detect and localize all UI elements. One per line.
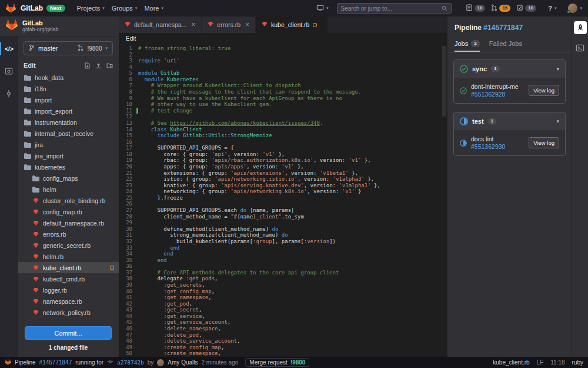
new-file-icon[interactable] — [84, 62, 91, 69]
search-input[interactable]: Search or jump to... — [337, 3, 452, 14]
tree-item-import[interactable]: import — [18, 94, 119, 105]
stage-header-test[interactable]: test1▾ — [454, 112, 565, 130]
code-text: # the right message to the client that c… — [138, 89, 447, 95]
editor-tab-default_namespa...[interactable]: default_namespa...× — [119, 16, 202, 33]
code-text: extensions: { group: 'apis/extensions', … — [138, 170, 447, 177]
pipeline-id-link[interactable]: #145771847 — [39, 359, 72, 366]
tree-item-generic_secret.rb[interactable]: generic_secret.rb — [18, 240, 119, 251]
tree-item-namespace.rb[interactable]: namespace.rb — [18, 296, 119, 307]
nav-menu-groups[interactable]: Groups▾ — [112, 5, 138, 12]
line-number: 27 — [119, 207, 136, 214]
tree-item-default_namespace.rb[interactable]: default_namespace.rb — [18, 217, 119, 228]
code-line: 38 delegate :get_pods, — [119, 276, 447, 282]
stage-header-sync[interactable]: sync1▾ — [454, 60, 565, 78]
new-folder-icon[interactable] — [106, 62, 113, 69]
pipeline-title: Pipeline — [455, 24, 482, 32]
gitlab-logo-icon[interactable] — [6, 4, 16, 13]
tree-item-i18n[interactable]: i18n — [18, 83, 119, 94]
commit-icon[interactable] — [0, 87, 18, 100]
job-id-link[interactable]: #551362930 — [471, 143, 505, 150]
line-number: 17 — [119, 145, 136, 151]
editor-tab-errors.rb[interactable]: errors.rb× — [202, 16, 256, 33]
ruby-file-icon — [125, 21, 131, 28]
close-icon[interactable]: × — [245, 21, 249, 29]
job-name: dont-interrupt-me — [471, 83, 519, 90]
line-number: 18 — [119, 151, 136, 158]
tree-item-import_export[interactable]: import_export — [18, 105, 119, 117]
code-line: 50 :create_namespace, — [119, 350, 447, 357]
tab-jobs[interactable]: Jobs2 — [455, 37, 480, 52]
issues-counter[interactable]: 10 — [466, 3, 486, 14]
tree-item-logger.rb[interactable]: logger.rb — [18, 284, 119, 296]
user-menu[interactable]: ▾ — [568, 4, 582, 13]
nav-menu-more[interactable]: More▾ — [144, 5, 163, 12]
line-number: 44 — [119, 313, 136, 320]
tree-item-jira_import[interactable]: jira_import — [18, 150, 119, 161]
environment-switcher[interactable]: ▾ — [316, 5, 329, 12]
pipeline-id-link[interactable]: #145771847 — [483, 24, 523, 32]
tree-item-label: namespace.rb — [43, 298, 119, 305]
line-number: 31 — [119, 232, 136, 238]
search-icon — [442, 3, 447, 14]
nav-menu-projects[interactable]: Projects▾ — [77, 5, 105, 12]
project-header[interactable]: GitLab gitlab-org/gitlab — [0, 16, 119, 37]
commit-button[interactable]: Commit... — [25, 326, 112, 340]
view-log-button[interactable]: View log — [529, 85, 559, 96]
branch-selector[interactable]: master !9800 ▾ — [24, 41, 113, 55]
tree-item-label: internal_post_receive — [35, 130, 119, 137]
tree-item-instrumentation[interactable]: instrumentation — [18, 117, 119, 128]
job-id-link[interactable]: #551362928 — [471, 91, 505, 98]
code-line: 16 — [119, 139, 447, 145]
code-line: 23 knative: { group: 'apis/serving.knati… — [119, 183, 447, 189]
code-line: 22 istio: { group: 'apis/networking.isti… — [119, 176, 447, 183]
cursor-position[interactable]: 11:18 — [550, 359, 564, 366]
todos-counter[interactable]: 10 — [516, 3, 536, 14]
tree-item-config_map.rb[interactable]: config_map.rb — [18, 206, 119, 217]
commit-sha-link[interactable]: a278742b — [117, 359, 144, 366]
chevron-down-icon: ▾ — [161, 6, 163, 11]
language-indicator[interactable]: ruby — [572, 359, 583, 366]
jobs-tabs: Jobs2Failed Jobs — [447, 37, 572, 52]
tree-item-kubectl_cmd.rb[interactable]: kubectl_cmd.rb — [18, 273, 119, 284]
tree-item-cluster_role_binding.rb[interactable]: cluster_role_binding.rb — [18, 195, 119, 206]
tree-item-jira[interactable]: jira — [18, 139, 119, 150]
tree-item-helm.rb[interactable]: helm.rb — [18, 251, 119, 262]
tree-item-internal_post_receive[interactable]: internal_post_receive — [18, 128, 119, 139]
line-ending-indicator[interactable]: LF — [537, 359, 544, 366]
tree-item-errors.rb[interactable]: errors.rb — [18, 228, 119, 240]
line-number: 12 — [119, 114, 136, 120]
tab-failed-jobs[interactable]: Failed Jobs — [489, 37, 522, 52]
view-log-button[interactable]: View log — [529, 137, 559, 148]
code-text: :get_secret, — [138, 307, 447, 313]
code-text: require 'uri' — [138, 58, 447, 64]
pipelines-icon[interactable] — [574, 21, 587, 34]
editor-tab-kube_client.rb[interactable]: kube_client.rb — [256, 16, 328, 33]
tree-item-label: errors.rb — [43, 231, 119, 238]
editor-mode-label[interactable]: Edit — [126, 35, 136, 42]
tree-item-kube_client.rb[interactable]: kube_client.rb — [18, 262, 119, 273]
merge-requests-counter[interactable]: 15 — [491, 3, 510, 14]
merge-request-chip[interactable]: Merge request !9800 — [245, 358, 309, 367]
tree-item-hook_data[interactable]: hook_data — [18, 72, 119, 83]
review-icon[interactable] — [0, 65, 18, 78]
close-icon[interactable]: × — [191, 21, 195, 29]
tree-item-helm[interactable]: helm — [18, 184, 119, 195]
code-editor[interactable]: 1# frozen_string_literal: true23require … — [119, 44, 447, 357]
code-icon[interactable]: </> — [0, 42, 18, 55]
branch-icon — [29, 43, 35, 54]
line-number: 21 — [119, 170, 136, 177]
upload-file-icon[interactable] — [95, 62, 102, 69]
issues-icon — [466, 3, 473, 14]
tree-item-kubernetes[interactable]: kubernetes — [18, 161, 119, 173]
help-menu[interactable]: ? ▾ — [548, 5, 556, 12]
editor-scrollbar[interactable] — [442, 46, 446, 117]
code-line: 31 strong_memoize(client_method_name) do — [119, 232, 447, 238]
tree-item-network_policy.rb[interactable]: network_policy.rb — [18, 307, 119, 318]
tree-item-config_maps[interactable]: config_maps — [18, 173, 119, 184]
merge-request-ref-link[interactable]: !9800 — [290, 359, 306, 366]
terminal-icon[interactable] — [574, 41, 587, 54]
code-text: strong_memoize(client_method_name) do — [138, 232, 447, 238]
code-text: # Core API methods delegates to the core… — [138, 270, 447, 276]
line-number: 38 — [119, 276, 136, 282]
code-line: 11 # test change — [119, 108, 447, 114]
